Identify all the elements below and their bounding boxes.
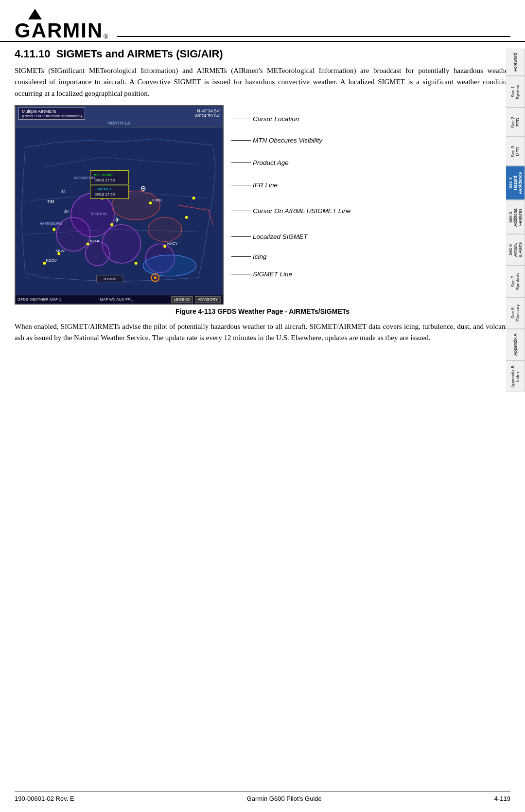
callout-cursor-airmet: Cursor On AIRMET/SIGMET Line: [231, 197, 510, 226]
svg-text:KACY: KACY: [167, 241, 178, 246]
tab-sec2-label: Sec 2PFD: [510, 117, 520, 128]
tab-sec4[interactable]: Sec 4HazardAvoidance: [506, 166, 525, 200]
tab-sec5[interactable]: Sec 5AdditionalFeatures: [506, 200, 525, 234]
footer-right: 4-119: [494, 795, 510, 802]
tab-sec5-label: Sec 5AdditionalFeatures: [508, 207, 523, 227]
callout-sigmet-line: SIGMET Line: [231, 266, 510, 283]
tab-sec8[interactable]: Sec 8Glossary: [506, 297, 525, 329]
svg-text:AIRMET: AIRMET: [97, 187, 112, 191]
svg-text:✈: ✈: [114, 216, 120, 224]
svg-point-18: [185, 216, 188, 219]
map-header: Multiple AIRMETs (Press "ENT" for more i…: [16, 106, 223, 127]
svg-text:KS  SIGMET: KS SIGMET: [94, 172, 115, 177]
tab-sec4-label: Sec 4HazardAvoidance: [508, 172, 523, 194]
footer-center: Garmin G600 Pilot's Guide: [247, 795, 322, 802]
section-title: 4.11.10 SIGMETs and AIRMETs (SIG/AIR): [15, 48, 510, 60]
callout-label-cursor-airmet: Cursor On AIRMET/SIGMET Line: [253, 207, 350, 215]
tab-sec1[interactable]: Sec 1System: [506, 76, 525, 108]
tab-appendix-b[interactable]: Appendix BIndex: [506, 361, 525, 392]
footer-left: 190-00601-02 Rev. E: [15, 795, 74, 802]
tab-sec7[interactable]: Sec 7Symbols: [506, 266, 525, 297]
svg-text:HARRISBURG: HARRISBURG: [40, 221, 62, 225]
svg-text:TRENTON: TRENTON: [90, 212, 106, 216]
tab-foreword-label: Foreword: [513, 53, 518, 72]
legend-button[interactable]: LEGEND: [171, 296, 193, 303]
tab-sec3[interactable]: Sec 3MFD: [506, 137, 525, 166]
svg-text:KDOV: KDOV: [46, 258, 57, 263]
body-text-2: When enabled, SIGMET/AIRMETs advise the …: [15, 321, 510, 344]
callout-label-product-age: Product Age: [253, 159, 289, 166]
map-footer-text: GFDS WEATHER MAP 1: [18, 297, 61, 302]
figure-area: Multiple AIRMETs (Press "ENT" for more i…: [15, 105, 510, 305]
callout-product-age: Product Age: [231, 152, 510, 174]
map-title-line1: Multiple AIRMETs: [22, 109, 82, 114]
map-coords: N 40°34.54' W074°59.04': [195, 108, 220, 118]
main-content: SIGMETs (SIGnificant METeorological Info…: [0, 63, 525, 343]
svg-point-7: [148, 217, 181, 242]
callout-label-localized-sigmet: Localized SIGMET: [253, 233, 308, 240]
tab-appendix-b-label: Appendix BIndex: [510, 365, 520, 388]
garmin-triangle-icon: [28, 9, 42, 19]
callout-cursor-location: Cursor Location: [231, 109, 510, 129]
callouts-panel: Cursor Location MTN Obscures Visibility …: [224, 105, 510, 283]
garmin-registered: ®: [103, 33, 108, 41]
advisory-button[interactable]: ADVISORY: [195, 296, 221, 303]
svg-point-10: [149, 201, 152, 204]
tab-sec6[interactable]: Sec 6Annun.& Alerts: [506, 234, 525, 266]
callout-label-cursor-location: Cursor Location: [253, 115, 299, 123]
callout-label-mtn-obscures: MTN Obscures Visibility: [253, 137, 322, 144]
map-svg: KEVR KJFK KPHL KACY KBWI KDOV HARRISBURG…: [16, 127, 223, 293]
tab-sec7-label: Sec 7Symbols: [510, 273, 520, 290]
intro-paragraph: SIGMETs (SIGnificant METeorological Info…: [15, 65, 510, 99]
header-rule: [117, 36, 510, 37]
tab-sec1-label: Sec 1System: [510, 85, 520, 99]
svg-text:30: 30: [64, 209, 69, 214]
svg-point-5: [86, 241, 110, 266]
callout-mtn-obscures: MTN Obscures Visibility: [231, 129, 510, 152]
svg-text:08/19 17:50: 08/19 17:50: [94, 192, 115, 197]
garmin-logo: GARMIN ®: [15, 9, 108, 41]
map-footer-mid: MAP WX AUX FPL: [100, 297, 132, 302]
figure-caption: Figure 4-113 GFDS Weather Page - AIRMETs…: [15, 307, 510, 315]
map-north-label: NORTH UP: [18, 121, 220, 126]
tab-sec6-label: Sec 6Annun.& Alerts: [508, 242, 523, 257]
svg-point-8: [143, 255, 196, 276]
callout-ifr-line: IFR Line: [231, 174, 510, 197]
svg-text:TIM: TIM: [47, 199, 54, 204]
tab-appendix-a[interactable]: Appendix A: [506, 329, 525, 361]
page-footer: 190-00601-02 Rev. E Garmin G600 Pilot's …: [15, 792, 510, 802]
svg-point-19: [192, 197, 195, 199]
svg-text:KBWI: KBWI: [55, 249, 65, 253]
svg-text:KPHL: KPHL: [90, 239, 101, 243]
map-title-line2: (Press "ENT" for more information): [22, 114, 82, 118]
svg-point-44: [154, 276, 157, 279]
svg-point-14: [135, 262, 138, 265]
svg-point-13: [163, 245, 166, 248]
header: GARMIN ®: [0, 0, 525, 42]
tab-sec8-label: Sec 8Glossary: [510, 305, 520, 322]
callout-label-icing: Icing: [253, 253, 267, 260]
callout-icing: Icing: [231, 248, 510, 266]
svg-point-11: [110, 223, 113, 226]
section-heading: 4.11.10 SIGMETs and AIRMETs (SIG/AIR): [0, 44, 525, 63]
callout-label-sigmet-line: SIGMET Line: [253, 271, 292, 278]
svg-text:08/19 17:50: 08/19 17:50: [94, 178, 115, 182]
garmin-wordmark: GARMIN: [15, 20, 103, 41]
svg-point-15: [52, 228, 55, 231]
tab-sec3-label: Sec 3MFD: [510, 146, 520, 157]
svg-text:200NM: 200NM: [103, 276, 116, 281]
callout-label-ifr-line: IFR Line: [253, 181, 278, 189]
tab-appendix-a-label: Appendix A: [513, 334, 518, 356]
tab-foreword[interactable]: Foreword: [506, 49, 525, 76]
map-title-box: Multiple AIRMETs (Press "ENT" for more i…: [18, 108, 85, 120]
tab-sec2[interactable]: Sec 2PFD: [506, 108, 525, 137]
svg-text:81: 81: [61, 189, 66, 194]
sidebar-tabs: Foreword Sec 1System Sec 2PFD Sec 3MFD S…: [506, 49, 525, 392]
svg-text:SCRANTON: SCRANTON: [73, 175, 95, 180]
map-footer: GFDS WEATHER MAP 1 MAP WX AUX FPL LEGEND…: [16, 295, 223, 304]
svg-point-12: [87, 242, 89, 245]
svg-text:KJFK: KJFK: [152, 198, 162, 202]
callout-localized-sigmet: Localized SIGMET: [231, 226, 510, 248]
svg-point-38: [142, 188, 144, 189]
map-display: Multiple AIRMETs (Press "ENT" for more i…: [15, 105, 224, 305]
